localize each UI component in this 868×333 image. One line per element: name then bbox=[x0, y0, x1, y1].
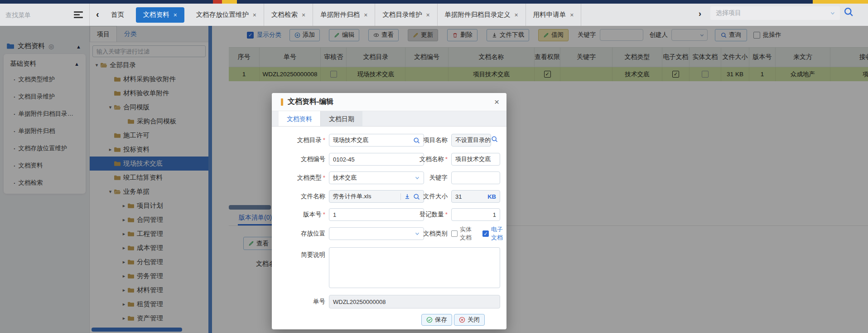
order-no-field: WDZL20250000008 bbox=[329, 295, 500, 309]
nav-tab-label: 单据附件归档 bbox=[320, 10, 360, 19]
nav-tab-label: 文档资料 bbox=[143, 10, 169, 19]
file-name-field[interactable]: 劳务计件单.xls bbox=[329, 190, 424, 203]
title-accent-bar bbox=[281, 98, 283, 106]
nav-tab[interactable]: 用料申请单× bbox=[526, 4, 582, 26]
electronic-doc-option[interactable]: ✓电子文档 bbox=[482, 225, 506, 242]
strip-yellow-segment bbox=[222, 0, 237, 4]
tab-doc-dates[interactable]: 文档日期 bbox=[320, 111, 362, 126]
close-icon[interactable]: × bbox=[174, 11, 177, 19]
doc-catalog-field[interactable]: 现场技术交底 bbox=[329, 134, 424, 147]
file-size-unit: KB bbox=[487, 193, 496, 200]
close-icon[interactable]: × bbox=[494, 97, 499, 107]
top-brand-strip bbox=[0, 0, 868, 4]
doc-category-label: 文档类别 bbox=[417, 227, 448, 240]
nav-tab[interactable]: 文档目录维护× bbox=[375, 4, 437, 26]
download-icon[interactable] bbox=[404, 193, 410, 200]
nav-tab[interactable]: 单据附件归档目录定义× bbox=[438, 4, 526, 26]
check-circle-icon bbox=[426, 317, 433, 323]
doc-type-select[interactable]: 技术交底 bbox=[329, 171, 424, 184]
doc-type-label: 文档类型* bbox=[283, 171, 325, 184]
summary-label: 简要说明 bbox=[283, 249, 325, 261]
nav-tab[interactable]: 文档检索× bbox=[264, 4, 313, 26]
close-icon[interactable]: × bbox=[364, 11, 367, 19]
nav-tab-label: 单据附件归档目录定义 bbox=[445, 10, 511, 19]
file-size-label: 文件大小 bbox=[417, 190, 448, 203]
nav-left-section bbox=[0, 4, 90, 26]
strip-yellow-right-segment bbox=[813, 0, 868, 4]
version-field[interactable]: 1 bbox=[329, 208, 424, 221]
nav-tab[interactable]: 文档存放位置维护× bbox=[189, 4, 264, 26]
tab-doc-info[interactable]: 文档资料 bbox=[279, 111, 320, 126]
file-name-label: 文件名称 bbox=[283, 190, 325, 203]
dialog-header: 文档资料-编辑 bbox=[272, 93, 506, 111]
doc-category-group: 实体文档 ✓电子文档 bbox=[451, 227, 506, 240]
summary-textarea[interactable] bbox=[329, 247, 500, 288]
nav-tab-label: 用料申请单 bbox=[533, 10, 566, 19]
x-circle-icon bbox=[459, 317, 465, 323]
collapse-menu-icon[interactable] bbox=[74, 11, 83, 18]
close-icon[interactable]: × bbox=[302, 11, 305, 19]
chevron-down-icon[interactable] bbox=[830, 10, 835, 16]
physical-doc-option[interactable]: 实体文档 bbox=[451, 225, 475, 242]
tabs-scroll-left-icon[interactable]: ‹ bbox=[96, 9, 99, 20]
nav-tab-label: 文档存放位置维护 bbox=[196, 10, 249, 19]
edit-document-dialog: 文档资料-编辑 × 文档资料 文档日期 文档目录* 现场技术交底 项目名称 不设… bbox=[272, 93, 506, 329]
version-label: 版本号* bbox=[283, 208, 325, 221]
close-button-label: 关闭 bbox=[468, 316, 480, 324]
dialog-title: 文档资料-编辑 bbox=[288, 97, 333, 107]
physical-doc-checkbox[interactable] bbox=[451, 230, 458, 237]
storage-location-select[interactable] bbox=[329, 227, 424, 240]
nav-tab-label: 文档检索 bbox=[271, 10, 298, 19]
doc-catalog-label: 文档目录* bbox=[283, 134, 325, 147]
doc-no-label: 文档编号 bbox=[283, 153, 325, 166]
dialog-close-button[interactable]: 关闭 bbox=[454, 314, 485, 326]
search-icon[interactable] bbox=[491, 136, 498, 142]
close-icon[interactable]: × bbox=[253, 11, 256, 19]
search-icon[interactable] bbox=[844, 7, 854, 17]
electronic-doc-checkbox[interactable]: ✓ bbox=[482, 230, 489, 237]
register-count-label: 登记数量* bbox=[417, 208, 448, 221]
keyword-field-label: 关键字 bbox=[417, 171, 448, 184]
close-icon[interactable]: × bbox=[515, 11, 518, 19]
save-button-label: 保存 bbox=[435, 316, 447, 324]
nav-tab[interactable]: 单据附件归档× bbox=[313, 4, 375, 26]
project-name-label: 项目名称 bbox=[417, 134, 448, 147]
nav-tab-active[interactable]: 文档资料× bbox=[136, 7, 184, 23]
keyword-field[interactable] bbox=[451, 171, 500, 184]
menu-search-input[interactable] bbox=[5, 11, 64, 19]
order-no-label: 单号 bbox=[283, 295, 325, 308]
project-name-field[interactable]: 不设置目录的项目 bbox=[451, 134, 491, 147]
file-size-field[interactable]: 31 KB bbox=[451, 190, 500, 203]
doc-name-label: 文档名称* bbox=[417, 153, 448, 166]
strip-red-segment bbox=[213, 0, 222, 4]
register-count-field[interactable]: 1 bbox=[451, 208, 500, 221]
doc-no-field[interactable]: 0102-45 bbox=[329, 153, 424, 166]
doc-name-field[interactable]: 项目技术交底 bbox=[451, 153, 500, 166]
nav-tab-strip: 首页文档资料×文档存放位置维护×文档检索×单据附件归档×文档目录维护×单据附件归… bbox=[104, 4, 582, 26]
nav-tab[interactable]: 首页 bbox=[104, 4, 131, 26]
nav-tab-label: 文档目录维护 bbox=[382, 10, 422, 19]
project-select[interactable]: 选择项目 bbox=[710, 6, 840, 20]
dialog-tab-bar: 文档资料 文档日期 bbox=[272, 111, 506, 127]
close-icon[interactable]: × bbox=[570, 11, 574, 19]
save-button[interactable]: 保存 bbox=[421, 314, 452, 326]
tabs-scroll-right-icon[interactable]: › bbox=[699, 9, 701, 19]
close-icon[interactable]: × bbox=[426, 11, 429, 19]
nav-tab-label: 首页 bbox=[111, 10, 124, 19]
storage-location-label: 存放位置 bbox=[283, 227, 325, 240]
